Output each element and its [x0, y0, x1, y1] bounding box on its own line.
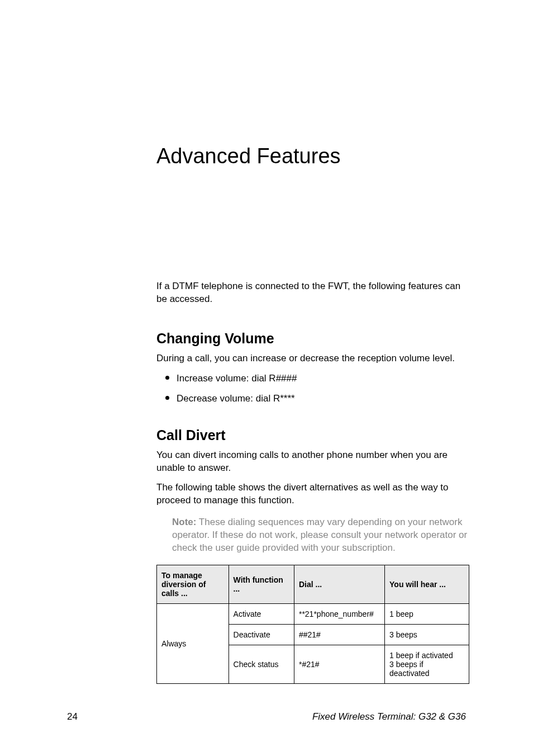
- note-block: Note: These dialing sequences may vary d…: [156, 514, 469, 555]
- list-item: Decrease volume: dial R****: [156, 392, 469, 405]
- divert-table: To manage diversion of calls ... With fu…: [156, 565, 469, 684]
- table-header-cell: With function ...: [229, 565, 294, 603]
- table-cell-group: Always: [157, 603, 229, 683]
- book-title: Fixed Wireless Terminal: G32 & G36: [312, 711, 466, 722]
- content-area: Advanced Features If a DTMF telephone is…: [156, 144, 469, 684]
- list-item: Increase volume: dial R####: [156, 372, 469, 385]
- page: Advanced Features If a DTMF telephone is…: [0, 0, 533, 756]
- table-cell: 1 beep: [385, 603, 469, 624]
- divert-paragraph-1: You can divert incoming calls to another…: [156, 449, 469, 475]
- table-cell: ##21#: [294, 624, 384, 645]
- note-text: Note: These dialing sequences may vary d…: [172, 516, 469, 555]
- table-cell: 1 beep if activated 3 beeps if deactivat…: [385, 645, 469, 683]
- note-body: These dialing sequences may vary dependi…: [172, 517, 467, 553]
- volume-paragraph: During a call, you can increase or decre…: [156, 352, 469, 365]
- page-title: Advanced Features: [156, 144, 469, 168]
- table-cell: Activate: [229, 603, 294, 624]
- page-number: 24: [67, 711, 78, 722]
- table-cell: Deactivate: [229, 624, 294, 645]
- section-heading-volume: Changing Volume: [156, 330, 469, 347]
- table-header-cell: You will hear ...: [385, 565, 469, 603]
- intro-paragraph: If a DTMF telephone is connected to the …: [156, 280, 469, 306]
- divert-paragraph-2: The following table shows the divert alt…: [156, 481, 469, 507]
- note-label: Note:: [172, 517, 196, 527]
- table-header-cell: Dial ...: [294, 565, 384, 603]
- table-header-cell: To manage diversion of calls ...: [157, 565, 229, 603]
- table-cell: *#21#: [294, 645, 384, 683]
- table-header-row: To manage diversion of calls ... With fu…: [157, 565, 469, 603]
- volume-bullet-list: Increase volume: dial R#### Decrease vol…: [156, 372, 469, 405]
- section-heading-divert: Call Divert: [156, 427, 469, 443]
- table-cell: **21*phone_number#: [294, 603, 384, 624]
- table-cell: Check status: [229, 645, 294, 683]
- table-cell: 3 beeps: [385, 624, 469, 645]
- table-row: Always Activate **21*phone_number# 1 bee…: [157, 603, 469, 624]
